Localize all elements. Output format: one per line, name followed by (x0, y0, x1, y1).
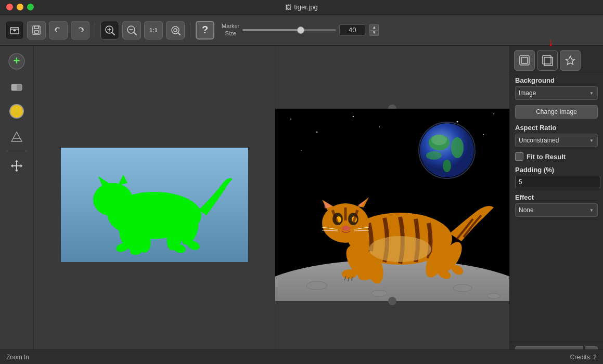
fit-to-result-checkbox[interactable] (515, 152, 523, 161)
help-button[interactable]: ? (196, 21, 214, 40)
left-canvas[interactable] (34, 46, 275, 364)
zoom-reset-label: 1:1 (149, 27, 158, 33)
svg-point-45 (453, 284, 472, 292)
toolbar-separator-1 (95, 22, 95, 38)
padding-label: Padding (%) (515, 166, 598, 174)
marker-size-input[interactable]: 40 (339, 24, 365, 36)
change-image-button[interactable]: Change Image (515, 105, 598, 119)
right-canvas[interactable] (275, 46, 509, 364)
title-bar: 🖼 tiger.jpg (0, 0, 603, 15)
marker-size-stepper[interactable]: ▲ ▼ (369, 24, 379, 36)
add-marker-button[interactable]: + (6, 51, 27, 72)
svg-point-38 (426, 151, 442, 160)
tab-favorites[interactable] (560, 50, 581, 71)
svg-point-37 (451, 137, 464, 158)
effect-label: Effect (515, 193, 598, 201)
left-tool-panel: + (0, 46, 34, 364)
svg-point-31 (493, 113, 494, 114)
marker-size-slider[interactable] (242, 29, 336, 31)
zoom-reset-button[interactable]: 1:1 (144, 21, 163, 40)
status-bar: Zoom In Credits: 2 (0, 349, 603, 364)
svg-point-7 (174, 29, 177, 32)
main-content: + (0, 46, 603, 364)
redo-button[interactable] (71, 21, 89, 40)
svg-point-39 (443, 160, 451, 172)
result-image-wrapper (275, 109, 509, 301)
move-button[interactable] (6, 155, 27, 176)
svg-point-46 (487, 293, 500, 298)
undo-button[interactable] (49, 21, 68, 40)
right-panel: ↓ Background Image Color Transparent Non… (509, 46, 603, 364)
svg-point-32 (483, 134, 484, 135)
svg-point-65 (358, 272, 371, 280)
background-select[interactable]: Image Color Transparent None (515, 86, 598, 100)
result-image[interactable] (275, 109, 509, 301)
svg-point-30 (457, 121, 458, 123)
aspect-ratio-select-wrapper[interactable]: Unconstrained 1:1 4:3 16:9 (515, 134, 598, 147)
svg-point-27 (316, 132, 318, 133)
eraser-button[interactable] (6, 76, 27, 97)
tool-separator (6, 151, 27, 151)
file-icon: 🖼 (285, 4, 291, 11)
fit-to-result-label: Fit to Result (527, 153, 566, 161)
svg-point-44 (371, 290, 387, 296)
mask-canvas (61, 148, 248, 262)
background-select-wrapper[interactable]: Image Color Transparent None (515, 86, 598, 100)
credits-status: Credits: 2 (570, 354, 597, 361)
svg-point-28 (353, 116, 354, 117)
svg-rect-11 (11, 84, 17, 90)
toolbar-separator-2 (190, 22, 190, 38)
change-image-label: Change Image (536, 108, 577, 115)
svg-rect-2 (34, 26, 39, 29)
effect-section: Effect None Blur Sharpen (515, 193, 598, 217)
svg-rect-75 (521, 57, 528, 63)
mask-image[interactable] (61, 148, 248, 262)
aspect-ratio-section: Aspect Ratio Unconstrained 1:1 4:3 16:9 (515, 124, 598, 147)
marker-size-group: MarkerSize 40 ▲ ▼ (222, 23, 379, 36)
stepper-up[interactable]: ▲ (369, 24, 379, 30)
svg-point-14 (93, 183, 133, 216)
svg-point-33 (301, 150, 302, 151)
maximize-button[interactable] (27, 4, 34, 10)
window-controls (6, 4, 34, 10)
zoom-out-button[interactable] (122, 21, 141, 40)
close-button[interactable] (6, 4, 13, 10)
padding-input[interactable]: 5 (515, 176, 600, 188)
svg-point-43 (306, 281, 327, 290)
tab-output[interactable] (537, 50, 558, 71)
background-label: Background (515, 76, 598, 84)
canvas-area (34, 46, 509, 364)
slider-thumb[interactable] (297, 27, 304, 34)
zoom-fit-button[interactable] (166, 21, 185, 40)
minimize-button[interactable] (17, 4, 23, 10)
svg-point-29 (379, 126, 380, 127)
effect-select[interactable]: None Blur Sharpen (515, 203, 598, 217)
open-button[interactable] (5, 21, 24, 40)
window-title-text: tiger.jpg (294, 3, 318, 11)
aspect-ratio-select[interactable]: Unconstrained 1:1 4:3 16:9 (515, 134, 598, 147)
svg-rect-3 (34, 31, 39, 33)
svg-point-26 (290, 119, 291, 120)
magic-eraser-button[interactable] (6, 126, 27, 147)
marker-size-label: MarkerSize (222, 23, 239, 36)
effect-select-wrapper[interactable]: None Blur Sharpen (515, 203, 598, 217)
panel-tabs (510, 46, 603, 71)
svg-text:+: + (14, 54, 20, 67)
panel-content: Background Image Color Transparent None … (510, 71, 603, 342)
stepper-down[interactable]: ▼ (369, 30, 379, 36)
zoom-in-button[interactable] (100, 21, 119, 40)
background-section: Background Image Color Transparent None (515, 76, 598, 100)
svg-point-53 (342, 226, 350, 231)
slider-track (242, 29, 299, 31)
result-canvas (275, 109, 509, 301)
fit-to-result-row[interactable]: Fit to Result (515, 152, 598, 161)
save-button[interactable] (27, 21, 46, 40)
scroll-handle-bottom[interactable] (388, 297, 396, 305)
svg-point-73 (369, 236, 431, 262)
toolbar: 1:1 ? MarkerSize 40 ▲ ▼ (0, 15, 603, 46)
tab-layers[interactable] (514, 50, 535, 71)
padding-input-row: 5 ▲ ▼ (515, 176, 598, 188)
brush-color-button[interactable] (6, 101, 27, 122)
zoom-status: Zoom In (6, 354, 29, 361)
window-title: 🖼 tiger.jpg (285, 3, 318, 11)
